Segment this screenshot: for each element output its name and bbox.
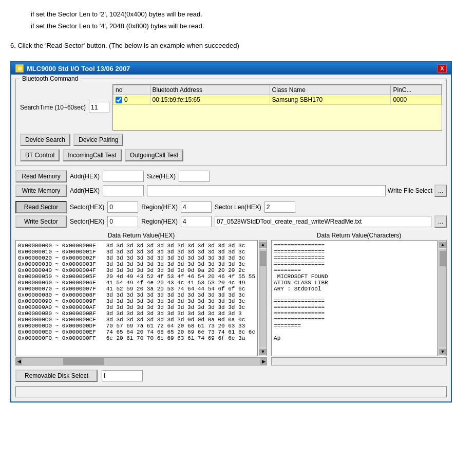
data-return-section: Data Return Value(HEX) 0x00000000 ~ 0x00…	[15, 232, 447, 365]
write-file-browse-button[interactable]: ...	[434, 185, 447, 197]
hex-data-display: 0x00000000 ~ 0x0000000F 3d 3d 3d 3d 3d 3…	[15, 240, 258, 356]
hex-hscroll-right[interactable]: ▶	[260, 358, 267, 365]
removable-row: Removable Disk Select	[15, 370, 447, 382]
char-panel: Data Return Value(Characters) ==========…	[271, 232, 447, 365]
write-addr-label: Addr(HEX)	[70, 187, 100, 194]
memory-section: Read Memory Addr(HEX) Size(HEX) Write Me…	[15, 170, 447, 197]
app-window: ⚙ MLC9000 Std I/O Tool 13/06 2007 X Blue…	[10, 61, 452, 402]
close-button[interactable]: X	[438, 64, 447, 72]
doc-step6: 6. Click the 'Read Sector' button. (The …	[10, 42, 445, 49]
read-addr-label: Addr(HEX)	[70, 173, 100, 180]
write-sector-button[interactable]: Write Sector	[15, 215, 67, 228]
search-time-label: SearchTime (10~60sec)	[20, 104, 86, 111]
write-sector-row: Write Sector Sector(HEX) Region(HEX) ...	[15, 215, 447, 228]
cell-pin: 0000	[391, 95, 442, 105]
bt-row3: BT Control IncomingCall Test OutgoingCal…	[20, 149, 442, 161]
window-title: MLC9000 Std I/O Tool 13/06 2007	[27, 65, 130, 72]
write-region-input[interactable]	[181, 216, 212, 227]
bluetooth-group: Bluetooth Command SearchTime (10~60sec) …	[15, 79, 447, 166]
outgoing-call-button[interactable]: OutgoingCall Test	[125, 149, 184, 161]
search-time-input[interactable]	[89, 102, 109, 113]
hex-scroll-track[interactable]	[259, 249, 267, 347]
sector-len-label: Sector Len(HEX)	[215, 204, 261, 211]
hex-panel-label: Data Return Value(HEX)	[15, 232, 267, 239]
device-pairing-button[interactable]: Device Pairing	[73, 134, 123, 146]
read-sector-hex-label: Sector(HEX)	[70, 204, 104, 211]
char-vscrollbar[interactable]: ▲ ▼	[439, 240, 447, 356]
bt-control-button[interactable]: BT Control	[20, 149, 60, 161]
write-sector-file-path[interactable]	[215, 216, 431, 227]
hex-hscrollbar[interactable]: ◀ ▶	[15, 357, 267, 365]
char-data-display: =============== =============== ========…	[271, 240, 438, 356]
write-sector-hex-label: Sector(HEX)	[70, 218, 104, 225]
read-sector-len-input[interactable]	[264, 202, 295, 213]
cell-address: 00:15:b9:fe:15:65	[150, 95, 270, 105]
incoming-call-button[interactable]: IncomingCall Test	[63, 149, 122, 161]
col-pin: PinC...	[391, 85, 442, 95]
removable-disk-input[interactable]	[102, 370, 143, 381]
row-checkbox[interactable]	[116, 97, 122, 103]
write-file-area: Write File Select ...	[147, 185, 447, 197]
table-row: 0 00:15:b9:fe:15:65 Samsung SBH170 0000	[113, 95, 441, 105]
write-region-hex-label: Region(HEX)	[141, 218, 178, 225]
cell-classname: Samsung SBH170	[270, 95, 391, 105]
hex-hscroll-track[interactable]	[22, 358, 260, 365]
read-memory-button[interactable]: Read Memory	[15, 170, 67, 182]
hex-scroll-down[interactable]: ▼	[259, 349, 267, 355]
char-scroll-thumb[interactable]	[440, 251, 446, 266]
char-scroll-down[interactable]: ▼	[439, 349, 446, 355]
read-sector-input[interactable]	[107, 202, 138, 213]
sector-section: Read Sector Sector(HEX) Region(HEX) Sect…	[15, 201, 447, 228]
hex-scroll-thumb[interactable]	[260, 251, 266, 266]
col-no: no	[113, 85, 150, 95]
read-size-label: Size(HEX)	[147, 173, 176, 180]
write-addr-input[interactable]	[103, 185, 144, 196]
bt-device-table: no Bluetooth Address Class Name PinC... …	[113, 85, 442, 105]
app-icon: ⚙	[15, 64, 24, 72]
doc-line1: if set the Sector Len to '2', 1024(0x400…	[10, 10, 445, 18]
device-search-button[interactable]: Device Search	[20, 134, 70, 146]
window-body: Bluetooth Command SearchTime (10~60sec) …	[11, 75, 451, 401]
char-scroll-up[interactable]: ▲	[439, 242, 446, 248]
cell-no-value: 0	[124, 96, 128, 103]
titlebar-title-area: ⚙ MLC9000 Std I/O Tool 13/06 2007	[15, 64, 130, 72]
write-sector-input[interactable]	[107, 216, 138, 227]
write-memory-button[interactable]: Write Memory	[15, 185, 67, 197]
read-sector-row: Read Sector Sector(HEX) Region(HEX) Sect…	[15, 201, 447, 213]
cell-no: 0	[113, 95, 150, 105]
read-sector-button[interactable]: Read Sector	[15, 201, 67, 213]
read-region-hex-label: Region(HEX)	[141, 204, 178, 211]
bt-row2: Device Search Device Pairing	[20, 134, 442, 146]
hex-scroll-up[interactable]: ▲	[259, 242, 267, 248]
hex-hscroll-left[interactable]: ◀	[16, 358, 22, 365]
col-address: Bluetooth Address	[150, 85, 270, 95]
write-file-select-label: Write File Select	[388, 187, 432, 194]
read-addr-input[interactable]	[103, 171, 144, 182]
read-region-input[interactable]	[181, 202, 212, 213]
col-classname: Class Name	[270, 85, 391, 95]
write-file-path-input[interactable]	[147, 185, 386, 196]
status-bar	[15, 386, 447, 397]
removable-disk-button[interactable]: Removable Disk Select	[15, 370, 98, 382]
hex-vscrollbar[interactable]: ▲ ▼	[259, 240, 267, 356]
write-sector-browse-button[interactable]: ...	[434, 215, 447, 228]
bt-device-table-container: no Bluetooth Address Class Name PinC... …	[112, 84, 442, 131]
read-size-input[interactable]	[179, 171, 210, 182]
bluetooth-group-label: Bluetooth Command	[20, 75, 80, 82]
doc-line2: if set the Sector Len to '4', 2048 (0x80…	[10, 22, 445, 30]
char-panel-label: Data Return Value(Characters)	[271, 232, 447, 239]
read-memory-row: Read Memory Addr(HEX) Size(HEX)	[15, 170, 447, 182]
hex-hscroll-thumb[interactable]	[63, 358, 104, 365]
char-scroll-track[interactable]	[439, 249, 446, 347]
char-hscrollbar[interactable]	[271, 357, 447, 365]
titlebar: ⚙ MLC9000 Std I/O Tool 13/06 2007 X	[11, 62, 451, 75]
bt-row1: SearchTime (10~60sec) no Bluetooth Addre…	[20, 84, 442, 131]
write-memory-row: Write Memory Addr(HEX) Write File Select…	[15, 185, 447, 197]
hex-panel: Data Return Value(HEX) 0x00000000 ~ 0x00…	[15, 232, 267, 365]
